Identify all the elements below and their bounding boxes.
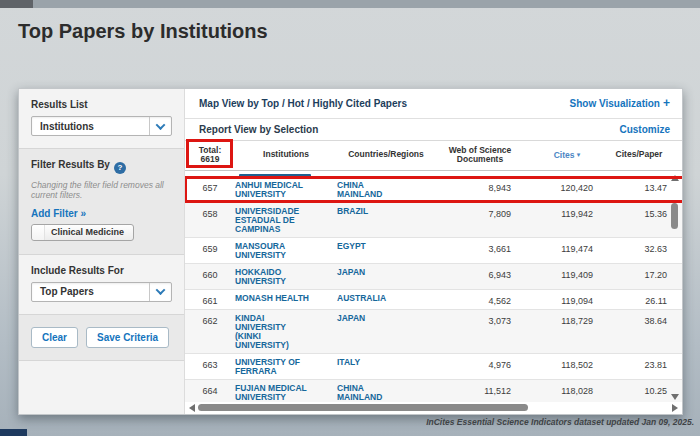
column-header-cites[interactable]: Cites ▾ (525, 150, 609, 161)
institution-name: UNIVERSITY OF FERRARA (235, 358, 311, 376)
docs-value: 7,809 (435, 207, 525, 234)
table-row[interactable]: 661 MONASH HEALTH AUSTRALIA 4,562 119,09… (185, 290, 682, 310)
table-row[interactable]: 659 MANSOURA UNIVERSITY EGYPT 3,661 119,… (185, 238, 682, 264)
docs-value: 6,943 (435, 268, 525, 286)
institution-link[interactable]: ANHUI MEDICAL UNIVERSITY (235, 181, 337, 199)
cites-value: 119,942 (525, 207, 609, 234)
country-link[interactable]: ITALY (337, 358, 435, 376)
row-rank: 664 (185, 384, 235, 402)
report-view-bar: Report View by Selection Customize (185, 119, 682, 141)
add-filter-link[interactable]: Add Filter » (31, 208, 172, 219)
table-row[interactable]: 657 ANHUI MEDICAL UNIVERSITY CHINA MAINL… (185, 177, 682, 203)
institution-name: MONASH HEALTH (235, 294, 311, 303)
active-filter-label: Clinical Medicine (51, 227, 124, 237)
country-name: EGYPT (337, 242, 399, 251)
active-filter-chip[interactable]: Clinical Medicine (31, 224, 134, 241)
country-link[interactable]: AUSTRALIA (337, 294, 435, 306)
table-row[interactable]: 663 UNIVERSITY OF FERRARA ITALY 4,976 11… (185, 354, 682, 380)
table-row[interactable]: 658 UNIVERSIDADE ESTADUAL DE CAMPINAS BR… (185, 203, 682, 238)
vertical-scrollbar-thumb[interactable] (671, 203, 678, 229)
total-count-cell: Total: 6619 (185, 146, 235, 165)
report-view-title: Report View by Selection (199, 124, 318, 135)
country-name: ITALY (337, 358, 399, 367)
column-header-cites-per-paper[interactable]: Cites/Paper (609, 150, 669, 160)
table-row[interactable]: 662 KINDAI UNIVERSITY (KINKI UNIVERSITY)… (185, 310, 682, 354)
cites-value: 120,420 (525, 181, 609, 199)
top-strip (0, 0, 700, 8)
country-name: CHINA MAINLAND (337, 181, 399, 199)
institution-name: MANSOURA UNIVERSITY (235, 242, 311, 260)
column-header-documents-label: Web of Science Documents (444, 146, 516, 165)
bottom-left-fragment (0, 429, 27, 436)
row-rank: 661 (185, 294, 235, 306)
horizontal-scrollbar-thumb[interactable] (198, 404, 528, 411)
cites-per-paper-value: 32.63 (609, 242, 669, 260)
scroll-down-icon[interactable] (671, 394, 679, 400)
country-name: BRAZIL (337, 207, 399, 216)
include-results-selected: Top Papers (32, 286, 149, 297)
help-icon[interactable]: ? (114, 162, 126, 174)
institution-link[interactable]: FUJIAN MEDICAL UNIVERSITY (235, 384, 337, 402)
docs-value: 4,976 (435, 358, 525, 376)
scroll-up-icon[interactable] (671, 175, 679, 181)
row-rank: 662 (185, 314, 235, 350)
table-header: Total: 6619 Institutions Countries/Regio… (185, 141, 682, 171)
row-rank: 663 (185, 358, 235, 376)
row-rank: 658 (185, 207, 235, 234)
map-view-bar: Map View by Top / Hot / Highly Cited Pap… (185, 89, 682, 119)
filter-section: Filter Results By? Changing the filter f… (19, 148, 184, 255)
institution-name: KINDAI UNIVERSITY (KINKI UNIVERSITY) (235, 314, 311, 350)
institution-name: ANHUI MEDICAL UNIVERSITY (235, 181, 311, 199)
table-row[interactable]: 664 FUJIAN MEDICAL UNIVERSITY CHINA MAIN… (185, 380, 682, 403)
docs-value: 8,943 (435, 181, 525, 199)
institution-name: FUJIAN MEDICAL UNIVERSITY (235, 384, 311, 402)
institution-link[interactable]: UNIVERSITY OF FERRARA (235, 358, 337, 376)
cites-per-paper-value: 38.64 (609, 314, 669, 350)
cites-value: 119,474 (525, 242, 609, 260)
cites-per-paper-value: 17.20 (609, 268, 669, 286)
page-title: Top Papers by Institutions (18, 20, 268, 43)
actions-section: Clear Save Criteria (19, 314, 184, 361)
column-header-documents[interactable]: Web of Science Documents (435, 146, 525, 165)
show-visualization-label: Show Visualization (570, 98, 660, 109)
customize-link[interactable]: Customize (619, 124, 670, 135)
show-visualization-link[interactable]: Show Visualization+ (570, 96, 670, 110)
institution-link[interactable]: HOKKAIDO UNIVERSITY (235, 268, 337, 286)
save-criteria-button[interactable]: Save Criteria (86, 327, 169, 348)
country-name: JAPAN (337, 268, 399, 277)
clear-button[interactable]: Clear (31, 327, 78, 348)
sort-descending-icon: ▾ (577, 151, 581, 158)
include-results-dropdown[interactable]: Top Papers (31, 282, 172, 302)
scroll-right-icon[interactable] (672, 404, 678, 412)
country-link[interactable]: EGYPT (337, 242, 435, 260)
results-list-selected: Institutions (32, 121, 149, 132)
institution-link[interactable]: KINDAI UNIVERSITY (KINKI UNIVERSITY) (235, 314, 337, 350)
row-rank: 659 (185, 242, 235, 260)
results-list-dropdown[interactable]: Institutions (31, 116, 172, 136)
table-row[interactable]: 660 HOKKAIDO UNIVERSITY JAPAN 6,943 119,… (185, 264, 682, 290)
dataset-update-note: InCites Essential Science Indicators dat… (426, 417, 694, 427)
cites-value: 119,409 (525, 268, 609, 286)
country-link[interactable]: BRAZIL (337, 207, 435, 234)
country-link[interactable]: CHINA MAINLAND (337, 384, 435, 402)
row-rank: 657 (185, 181, 235, 199)
sidebar: Results List Institutions Filter Results… (19, 89, 185, 414)
institution-link[interactable]: MANSOURA UNIVERSITY (235, 242, 337, 260)
institution-name: HOKKAIDO UNIVERSITY (235, 268, 311, 286)
cites-value: 118,502 (525, 358, 609, 376)
cites-per-paper-value: 10.25 (609, 384, 669, 402)
results-list-label: Results List (31, 99, 172, 110)
results-list-section: Results List Institutions (19, 89, 184, 148)
cites-value: 118,729 (525, 314, 609, 350)
institution-link[interactable]: UNIVERSIDADE ESTADUAL DE CAMPINAS (235, 207, 337, 234)
filter-note: Changing the filter field removes all cu… (31, 180, 172, 201)
column-header-cites-label: Cites (554, 150, 575, 160)
country-link[interactable]: CHINA MAINLAND (337, 181, 435, 199)
country-link[interactable]: JAPAN (337, 314, 435, 350)
filter-results-label: Filter Results By? (31, 159, 172, 174)
column-header-countries[interactable]: Countries/Regions (337, 150, 435, 160)
institution-link[interactable]: MONASH HEALTH (235, 294, 337, 306)
country-link[interactable]: JAPAN (337, 268, 435, 286)
column-header-institutions[interactable]: Institutions (235, 150, 337, 160)
scroll-left-icon[interactable] (189, 404, 195, 412)
